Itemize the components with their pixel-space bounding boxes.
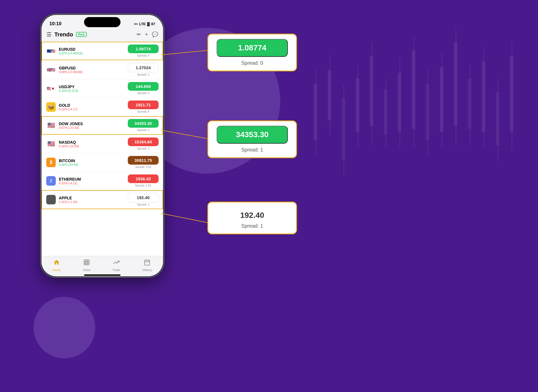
svg-rect-15 [384, 90, 387, 134]
svg-rect-38 [484, 132, 484, 147]
chat-icon[interactable]: 💬 [152, 31, 158, 38]
market-item-eurusd[interactable]: 🇪🇺🇺🇸 EURUSD 0.02% [-0.00019] 1.08774 Spr… [41, 42, 163, 60]
market-flag-gold: 📦 [46, 102, 56, 112]
svg-rect-9 [356, 78, 359, 132]
price-btn-gbpusd[interactable]: 1.27024 [128, 63, 159, 72]
spread-gbpusd: Spread: 1 [128, 73, 159, 76]
market-item-ethereum[interactable]: Ξ ETHEREUM 0.22% [-4.21] 1936.43 Spread:… [41, 172, 163, 190]
market-left-apple: APPLE 1.01% [-1.94] [46, 195, 77, 205]
nav-item-chart[interactable]: Chart [83, 259, 91, 272]
market-right-dowjones: 34353.30 Spread: 1 [128, 119, 159, 132]
market-flag-apple [46, 195, 56, 205]
market-info-eurusd: EURUSD 0.02% [-0.00019] [59, 47, 82, 55]
price-btn-bitcoin[interactable]: 30811.75 [128, 156, 159, 165]
svg-rect-36 [482, 62, 485, 132]
phone-content: ☰ Trendo Real ✏ + 💬 🇪🇺🇺🇸 EURUSD [41, 29, 163, 276]
bottom-nav: Home Chart Trade History [41, 256, 163, 273]
market-item-bitcoin[interactable]: ₿ BITCOIN 0.06% [19.44] 30811.75 Spread:… [41, 153, 163, 172]
home-indicator [84, 274, 120, 276]
phone-inner: 10:10 ▪▪▪ LTE ▓ 87 ☰ Trendo Real [41, 15, 163, 276]
price-btn-eurusd[interactable]: 1.08774 [128, 45, 159, 53]
market-change-gbpusd: 0.08% [-0.00106] [59, 70, 82, 74]
add-icon[interactable]: + [145, 32, 148, 38]
market-left-gold: 📦 GOLD 0.22% [-4.17] [46, 102, 77, 112]
status-icons: ▪▪▪ LTE ▓ 87 [134, 22, 155, 26]
real-badge: Real [76, 32, 87, 37]
phone-wrapper: 10:10 ▪▪▪ LTE ▓ 87 ☰ Trendo Real [41, 14, 164, 277]
svg-rect-41 [498, 146, 498, 161]
nav-item-home[interactable]: Home [52, 259, 61, 272]
spread-eurusd: Spread: 0 [128, 54, 159, 57]
eurusd-callout-spread: Spread: 0 [217, 60, 288, 66]
market-info-gbpusd: GBPUSD 0.08% [-0.00106] [59, 66, 82, 74]
svg-rect-44 [512, 132, 512, 150]
svg-rect-33 [468, 78, 471, 129]
market-item-usdjpy[interactable]: 🇺🇸🇯🇵 USDJPY 0.15% [0.223] 144.694 Spread… [41, 79, 163, 98]
market-flag-eurusd: 🇪🇺🇺🇸 [46, 46, 56, 56]
svg-rect-13 [372, 42, 372, 57]
svg-rect-3 [328, 70, 331, 120]
nav-item-history[interactable]: History [142, 259, 152, 272]
svg-rect-35 [470, 129, 470, 144]
market-left-bitcoin: ₿ BITCOIN 0.06% [19.44] [46, 157, 78, 167]
eurusd-callout: 1.08774 Spread: 0 [207, 34, 297, 71]
market-change-dowjones: 0.07% [-23.60] [59, 126, 83, 129]
svg-rect-18 [398, 73, 401, 132]
market-item-gold[interactable]: 📦 GOLD 0.22% [-4.17] 1921.71 Spread: 8 [41, 98, 163, 116]
market-change-eurusd: 0.02% [-0.00019] [59, 52, 82, 55]
svg-rect-8 [344, 160, 344, 175]
svg-rect-39 [496, 92, 499, 146]
market-flag-gbpusd: 🇬🇧🇺🇸 [46, 65, 56, 75]
app-title: Trendo [54, 31, 73, 38]
bg-circle-small [34, 297, 95, 358]
svg-rect-16 [386, 78, 386, 91]
svg-rect-19 [400, 59, 400, 74]
market-item-gbpusd[interactable]: 🇬🇧🇺🇸 GBPUSD 0.08% [-0.00106] 1.27024 Spr… [41, 60, 163, 79]
market-left-usdjpy: 🇺🇸🇯🇵 USDJPY 0.15% [0.223] [46, 83, 78, 94]
market-item-nasdaq[interactable]: 🇺🇸 NASDAQ 0.16% [-24.60] 15164.60 Spread… [41, 135, 163, 153]
market-name-apple: APPLE [59, 196, 77, 200]
market-right-eurusd: 1.08774 Spread: 0 [128, 45, 159, 57]
svg-rect-2 [316, 140, 316, 157]
market-left-nasdaq: 🇺🇸 NASDAQ 0.16% [-24.60] [46, 139, 79, 149]
svg-rect-37 [484, 48, 484, 63]
svg-rect-42 [510, 56, 513, 132]
pencil-icon[interactable]: ✏ [137, 31, 141, 38]
nav-icon-history [144, 259, 150, 267]
market-item-apple[interactable]: APPLE 1.01% [-1.94] 192.40 Spread: 1 [41, 190, 163, 209]
spread-nasdaq: Spread: 2 [128, 147, 159, 150]
spread-apple: Spread: 1 [128, 203, 159, 206]
price-btn-nasdaq[interactable]: 15164.60 [128, 137, 159, 146]
market-right-ethereum: 1936.43 Spread: 2.62 [128, 174, 159, 187]
price-btn-apple[interactable]: 192.40 [128, 193, 159, 202]
price-btn-ethereum[interactable]: 1936.43 [128, 174, 159, 183]
market-name-gbpusd: GBPUSD [59, 66, 82, 70]
market-item-dowjones[interactable]: 🇺🇸 DOW JONES 0.07% [-23.60] 34353.30 Spr… [41, 116, 163, 135]
nav-label-chart: Chart [83, 268, 91, 272]
nav-label-history: History [142, 268, 152, 272]
price-btn-usdjpy[interactable]: 144.694 [128, 82, 159, 91]
nav-icon-trade [113, 259, 120, 267]
market-change-apple: 1.01% [-1.94] [59, 200, 77, 204]
market-name-gold: GOLD [59, 103, 77, 108]
market-name-eurusd: EURUSD [59, 47, 82, 52]
apple-callout-spread: Spread: 1 [217, 223, 288, 229]
market-info-ethereum: ETHEREUM 0.22% [-4.21] [59, 177, 81, 185]
nav-item-trade[interactable]: Trade [112, 259, 120, 272]
market-left-eurusd: 🇪🇺🇺🇸 EURUSD 0.02% [-0.00019] [46, 46, 82, 56]
svg-rect-0 [314, 84, 317, 140]
svg-rect-14 [372, 126, 372, 146]
price-btn-dowjones[interactable]: 34353.30 [128, 119, 159, 128]
nav-label-trade: Trade [112, 268, 120, 272]
spread-ethereum: Spread: 2.62 [128, 184, 159, 187]
price-btn-gold[interactable]: 1921.71 [128, 101, 159, 109]
svg-rect-10 [358, 64, 358, 80]
market-info-usdjpy: USDJPY 0.15% [0.223] [59, 85, 78, 92]
menu-icon[interactable]: ☰ [47, 31, 52, 38]
eurusd-callout-price[interactable]: 1.08774 [217, 39, 288, 57]
dowjones-callout-price[interactable]: 34353.30 [217, 126, 288, 144]
market-change-nasdaq: 0.16% [-24.60] [59, 144, 79, 148]
battery-icon: ▓ [147, 22, 150, 26]
market-change-ethereum: 0.22% [-4.21] [59, 181, 81, 185]
spread-bitcoin: Spread: 9.83 [128, 165, 159, 169]
